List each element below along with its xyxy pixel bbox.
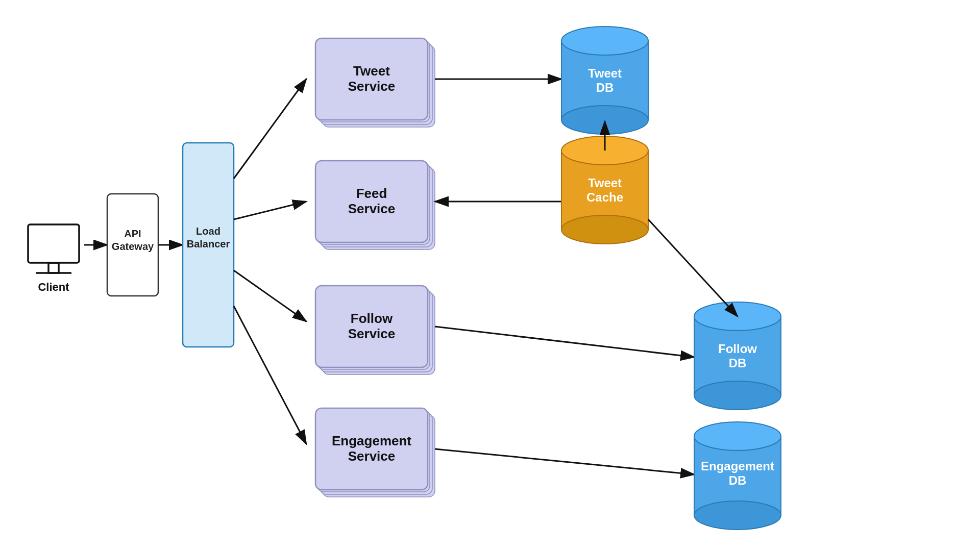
client-label: Client — [38, 281, 69, 293]
arrow-follow-to-db — [435, 327, 694, 357]
feed-service-label1: Feed — [356, 186, 387, 201]
engagement-db-label1: Engagement — [701, 459, 774, 473]
svg-rect-2 — [48, 263, 59, 273]
follow-db-label1: Follow — [718, 342, 757, 356]
diagram: Client API Gateway Load Balancer Tw — [0, 0, 980, 551]
follow-service-label2: Service — [348, 326, 396, 341]
engagement-service-label2: Service — [348, 448, 396, 464]
feed-service-label2: Service — [348, 201, 396, 216]
tweet-service-group: Tweet Service — [315, 38, 435, 127]
tweet-service-label1: Tweet — [353, 63, 390, 79]
engagement-service-group: Engagement Service — [315, 408, 435, 497]
follow-service-label1: Follow — [351, 311, 393, 326]
arrow-lb-tweet — [234, 79, 306, 179]
engagement-db-label2: DB — [729, 473, 747, 487]
tweet-service-label2: Service — [348, 79, 396, 94]
svg-point-27 — [694, 381, 781, 410]
load-balancer-label2: Balancer — [187, 238, 230, 249]
svg-point-30 — [694, 501, 781, 530]
arrow-lb-feed — [234, 202, 306, 219]
tweet-db: Tweet DB — [561, 27, 648, 134]
feed-service-group: Feed Service — [315, 161, 435, 249]
api-gateway-label: API — [124, 228, 141, 239]
api-gateway-label2: Gateway — [112, 241, 154, 252]
arrow-lb-engagement — [234, 306, 306, 444]
client-icon — [28, 224, 79, 273]
follow-service-group: Follow Service — [315, 286, 435, 374]
tweet-db-label1: Tweet — [588, 66, 622, 80]
svg-point-22 — [561, 27, 648, 55]
svg-point-24 — [561, 215, 648, 244]
svg-point-31 — [694, 422, 781, 450]
tweet-cache: Tweet Cache — [561, 136, 648, 244]
arrow-engagement-to-db — [435, 449, 694, 474]
arrow-cache-to-follow-db — [648, 219, 738, 316]
tweet-cache-label2: Cache — [586, 190, 623, 204]
tweet-cache-label1: Tweet — [588, 176, 622, 190]
arrow-lb-follow — [234, 270, 306, 321]
engagement-db: Engagement DB — [694, 422, 781, 530]
follow-db-label2: DB — [729, 356, 747, 370]
engagement-service-label1: Engagement — [332, 433, 411, 448]
load-balancer-label1: Load — [196, 226, 220, 237]
tweet-db-label2: DB — [596, 81, 614, 94]
follow-db: Follow DB — [694, 302, 781, 410]
svg-rect-1 — [28, 224, 79, 263]
